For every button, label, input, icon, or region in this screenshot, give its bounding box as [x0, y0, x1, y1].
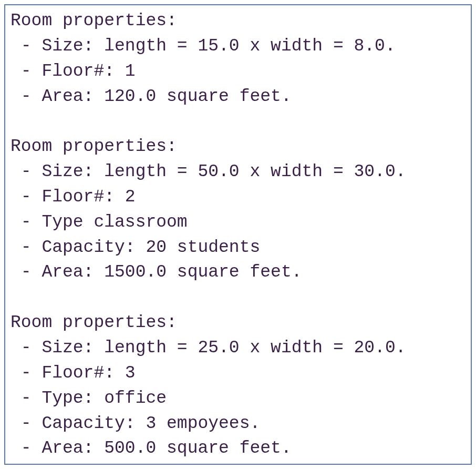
room-line: - Area: 1500.0 square feet.: [11, 262, 302, 282]
room-line: - Floor#: 1: [11, 62, 136, 81]
room-line: - Floor#: 2: [11, 187, 136, 207]
room-line: - Floor#: 3: [11, 363, 136, 383]
room-line: - Type: office: [11, 389, 167, 408]
room-header: Room properties:: [11, 313, 177, 332]
room-block: Room properties: - Size: length = 50.0 x…: [11, 137, 406, 282]
room-line: - Capacity: 3 empoyees.: [11, 414, 260, 433]
room-line: - Area: 500.0 square feet.: [11, 439, 292, 458]
room-line: - Size: length = 50.0 x width = 30.0.: [11, 162, 406, 181]
room-line: - Area: 120.0 square feet.: [11, 87, 292, 106]
room-header: Room properties:: [11, 137, 177, 156]
room-block: Room properties: - Size: length = 25.0 x…: [11, 313, 406, 458]
room-block: Room properties: - Size: length = 15.0 x…: [11, 11, 396, 106]
room-line: - Type classroom: [11, 212, 188, 232]
room-line: - Size: length = 25.0 x width = 20.0.: [11, 338, 406, 358]
console-output: Room properties: - Size: length = 15.0 x…: [4, 4, 472, 465]
room-line: - Size: length = 15.0 x width = 8.0.: [11, 36, 396, 56]
room-header: Room properties:: [11, 11, 177, 30]
room-line: - Capacity: 20 students: [11, 238, 260, 257]
